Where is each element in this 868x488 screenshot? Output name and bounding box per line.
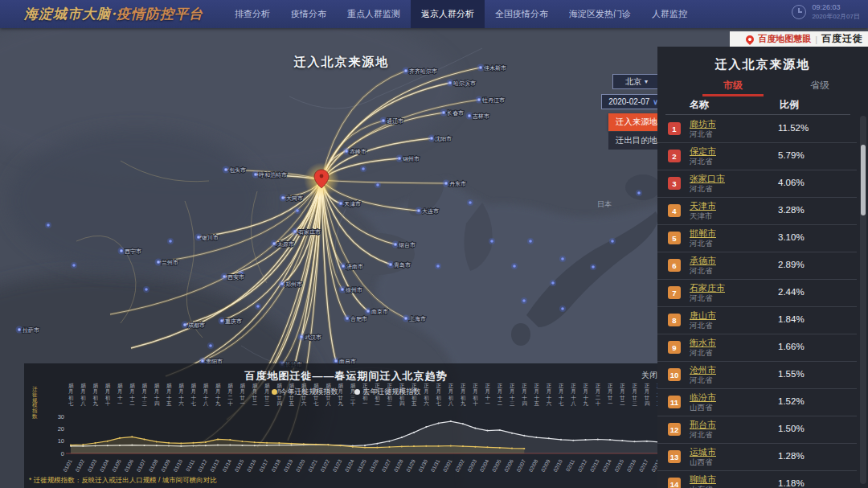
city-link[interactable]: 衡水市 (690, 337, 716, 349)
nav-tabs: 排查分析疫情分布重点人群监测返京人群分析全国疫情分布海淀区发热门诊人群监控 (224, 0, 698, 28)
city-link[interactable]: 运城市 (690, 446, 716, 458)
city-selector[interactable]: 北京▾ (612, 74, 661, 89)
svg-text:02/15: 02/15 (613, 458, 624, 473)
nav-tab-6[interactable]: 人群监控 (641, 0, 698, 28)
svg-text:02/17: 02/17 (638, 458, 649, 473)
city-link[interactable]: 邯郸市 (690, 228, 716, 240)
scrollbar-thumb[interactable] (861, 145, 866, 215)
nav-tab-1[interactable]: 疫情分布 (280, 0, 337, 28)
nav-tab-0[interactable]: 排查分析 (224, 0, 280, 28)
map-city-label: 上海市 (409, 315, 426, 322)
map-city-label: 呼和浩特市 (259, 171, 287, 178)
map-city-label: 沈阳市 (435, 135, 452, 142)
map-city-label: 西宁市 (125, 248, 141, 255)
ranking-row[interactable]: 7石家庄市河北省2.44% (657, 280, 857, 307)
map-city-label: 哈尔滨市 (453, 80, 476, 87)
svg-text:20: 20 (58, 425, 64, 433)
svg-text:01/25: 01/25 (356, 458, 367, 473)
city-link[interactable]: 沧州市 (690, 364, 716, 376)
svg-text:02/05: 02/05 (491, 458, 502, 473)
svg-text:01/31: 01/31 (430, 458, 441, 473)
column-ratio: 比例 (780, 98, 799, 112)
ranking-row[interactable]: 9衡水市河北省1.66% (657, 334, 857, 362)
nav-tab-2[interactable]: 重点人群监测 (337, 0, 411, 28)
province-label: 河北省 (690, 375, 713, 386)
ranking-row[interactable]: 12邢台市河北省1.50% (657, 416, 857, 444)
mode-outflow-button[interactable]: 迁出目的地 (608, 132, 665, 150)
svg-text:二: 二 (497, 400, 503, 406)
mode-inflow-button[interactable]: 迁入来源地 (608, 113, 665, 131)
ranking-row[interactable]: 14聊城市山东省1.18% (657, 471, 857, 488)
city-link[interactable]: 邢台市 (690, 419, 716, 431)
ranking-row[interactable]: 6承德市河北省2.89% (657, 252, 857, 280)
svg-text:01/18: 01/18 (270, 458, 281, 473)
legend-item-0[interactable]: 今年迁徙规模指数 (272, 387, 338, 397)
ranking-row[interactable]: 8唐山市河北省1.84% (657, 307, 857, 334)
close-button[interactable]: 关闭 (641, 370, 657, 381)
svg-text:二: 二 (620, 400, 625, 406)
ranking-row[interactable]: 3张家口市河北省4.06% (657, 170, 857, 198)
svg-text:01/11: 01/11 (185, 458, 196, 473)
nav-tab-4[interactable]: 全国疫情分布 (485, 0, 559, 28)
city-link[interactable]: 廊坊市 (690, 118, 716, 130)
ranking-row[interactable]: 13运城市山西省1.28% (657, 444, 857, 471)
city-link[interactable]: 临汾市 (690, 392, 716, 404)
ratio-value: 2.44% (778, 287, 805, 297)
city-link[interactable]: 承德市 (690, 255, 716, 267)
svg-text:01/26: 01/26 (368, 458, 379, 473)
clock-date: 2020年02月07日 (812, 12, 860, 21)
svg-text:十: 十 (105, 400, 111, 406)
top-nav: 海淀城市大脑·疫情防控平台 排查分析疫情分布重点人群监测返京人群分析全国疫情分布… (0, 0, 868, 28)
svg-text:三: 三 (633, 400, 638, 406)
map-city-label: 西安市 (227, 273, 244, 281)
svg-text:02/08: 02/08 (528, 458, 539, 473)
nav-tab-3[interactable]: 返京人群分析 (411, 0, 485, 28)
ranking-panel: 迁入北京来源地 市级 省级 名称 比例 1廊坊市河北省11.52%2保定市河北省… (657, 47, 868, 488)
city-link[interactable]: 唐山市 (690, 310, 716, 322)
scrollbar-track[interactable] (860, 116, 866, 484)
province-label: 河北省 (690, 321, 713, 331)
ranking-row[interactable]: 5邯郸市河北省3.10% (657, 225, 857, 252)
city-link[interactable]: 张家口市 (690, 173, 725, 185)
app-logo: 海淀城市大脑·疫情防控平台 (24, 5, 203, 23)
map-city-label: 石家庄市 (298, 228, 321, 236)
tab-city-level[interactable]: 市级 (723, 79, 743, 92)
svg-text:01/04: 01/04 (99, 458, 110, 473)
svg-text:01/19: 01/19 (283, 458, 294, 473)
svg-text:01/02: 01/02 (74, 458, 85, 473)
ranking-row[interactable]: 1廊坊市河北省11.52% (657, 116, 857, 143)
city-link[interactable]: 聊城市 (690, 474, 716, 486)
legend-dot (272, 389, 277, 395)
svg-text:01/29: 01/29 (405, 458, 416, 473)
ranking-row[interactable]: 2保定市河北省5.79% (657, 143, 857, 170)
rank-badge: 10 (668, 368, 681, 381)
svg-text:01/14: 01/14 (221, 458, 232, 473)
map-city-label: 青岛市 (394, 261, 411, 268)
svg-text:01/15: 01/15 (234, 458, 245, 473)
legend-item-1[interactable]: 去年迁徙规模指数 (354, 387, 421, 397)
city-link[interactable]: 保定市 (690, 146, 716, 158)
ratio-value: 5.79% (778, 150, 805, 160)
tab-province-level[interactable]: 省级 (810, 79, 829, 92)
svg-text:一: 一 (608, 400, 613, 406)
svg-text:02/10: 02/10 (552, 458, 563, 473)
ranking-row[interactable]: 4天津市天津市3.28% (657, 198, 857, 225)
province-label: 河北省 (690, 293, 713, 304)
ranking-row[interactable]: 11临汾市山西省1.52% (657, 389, 857, 416)
caret-down-icon: ▾ (645, 78, 648, 85)
rank-badge: 4 (668, 204, 681, 217)
city-link[interactable]: 石家庄市 (690, 282, 725, 294)
nav-tab-5[interactable]: 海淀区发热门诊 (559, 0, 641, 28)
ranking-row[interactable]: 10沧州市河北省1.55% (657, 362, 857, 389)
svg-text:七: 七 (558, 400, 564, 406)
rank-badge: 6 (668, 259, 681, 272)
date-selector[interactable]: 2020-02-07∨ (601, 94, 665, 109)
map-city-label: 大同市 (286, 195, 303, 201)
svg-text:二: 二 (252, 400, 258, 406)
map-city-label: 重庆市 (225, 318, 242, 324)
city-link[interactable]: 天津市 (690, 200, 716, 212)
svg-text:六: 六 (547, 400, 552, 406)
map-city-label: 拉萨市 (23, 326, 39, 333)
rank-badge: 13 (668, 450, 681, 463)
svg-text:02/04: 02/04 (479, 458, 490, 473)
